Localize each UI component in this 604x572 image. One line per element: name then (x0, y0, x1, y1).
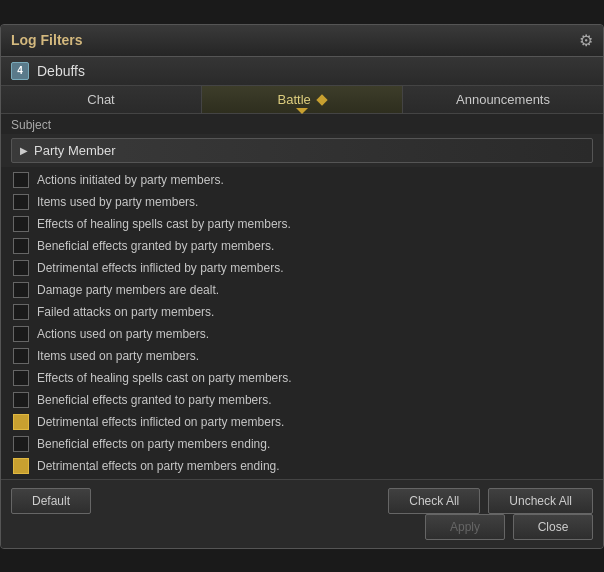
checkbox-7[interactable] (13, 326, 29, 342)
check-all-button[interactable]: Check All (388, 488, 480, 514)
checkbox-0[interactable] (13, 172, 29, 188)
footer-row-1: Default Check All Uncheck All (11, 488, 593, 514)
footer-row-2: Apply Close (11, 514, 593, 540)
log-filters-window: Log Filters ⚙ 4 Debuffs Chat Battle Anno… (0, 24, 604, 549)
group-header[interactable]: ▶ Party Member (11, 138, 593, 163)
item-text-0: Actions initiated by party members. (37, 173, 224, 187)
item-text-6: Failed attacks on party members. (37, 305, 214, 319)
item-text-9: Effects of healing spells cast on party … (37, 371, 292, 385)
list-item: Effects of healing spells cast on party … (1, 367, 603, 389)
title-bar: Log Filters ⚙ (1, 25, 603, 57)
list-item: Beneficial effects on party members endi… (1, 433, 603, 455)
list-item: Items used by party members. (1, 191, 603, 213)
settings-icon[interactable]: ⚙ (579, 31, 593, 50)
checkbox-11[interactable] (13, 414, 29, 430)
tab-chat[interactable]: Chat (1, 86, 202, 113)
list-item: Actions used on party members. (1, 323, 603, 345)
section-header: 4 Debuffs (1, 57, 603, 86)
item-text-7: Actions used on party members. (37, 327, 209, 341)
checkbox-10[interactable] (13, 392, 29, 408)
checkbox-9[interactable] (13, 370, 29, 386)
list-item: Beneficial effects granted by party memb… (1, 235, 603, 257)
checkbox-8[interactable] (13, 348, 29, 364)
tab-battle[interactable]: Battle (202, 86, 403, 113)
item-text-5: Damage party members are dealt. (37, 283, 219, 297)
item-text-13: Detrimental effects on party members end… (37, 459, 280, 473)
checkbox-6[interactable] (13, 304, 29, 320)
item-text-4: Detrimental effects inflicted by party m… (37, 261, 284, 275)
checkbox-2[interactable] (13, 216, 29, 232)
group-title: Party Member (34, 143, 116, 158)
list-item: Detrimental effects on party members end… (1, 455, 603, 477)
subject-label: Subject (1, 114, 603, 134)
item-text-1: Items used by party members. (37, 195, 198, 209)
section-title: Debuffs (37, 63, 85, 79)
footer: Default Check All Uncheck All Apply Clos… (1, 479, 603, 548)
checkbox-1[interactable] (13, 194, 29, 210)
item-text-10: Beneficial effects granted to party memb… (37, 393, 272, 407)
group-expand-arrow: ▶ (20, 145, 28, 156)
title-bar-left: Log Filters (11, 32, 83, 48)
list-item: Detrimental effects inflicted on party m… (1, 411, 603, 433)
close-button[interactable]: Close (513, 514, 593, 540)
uncheck-all-button[interactable]: Uncheck All (488, 488, 593, 514)
list-item: Beneficial effects granted to party memb… (1, 389, 603, 411)
section-icon: 4 (11, 62, 29, 80)
item-text-11: Detrimental effects inflicted on party m… (37, 415, 284, 429)
default-button[interactable]: Default (11, 488, 91, 514)
checkbox-12[interactable] (13, 436, 29, 452)
list-item: Items used on party members. (1, 345, 603, 367)
apply-button[interactable]: Apply (425, 514, 505, 540)
checkbox-13[interactable] (13, 458, 29, 474)
item-text-2: Effects of healing spells cast by party … (37, 217, 291, 231)
item-text-8: Items used on party members. (37, 349, 199, 363)
list-item: Effects of healing spells cast by party … (1, 213, 603, 235)
list-item: Damage party members are dealt. (1, 279, 603, 301)
checkbox-3[interactable] (13, 238, 29, 254)
items-list: Actions initiated by party members.Items… (1, 167, 603, 479)
list-item: Detrimental effects inflicted by party m… (1, 257, 603, 279)
checkbox-5[interactable] (13, 282, 29, 298)
tabs-bar: Chat Battle Announcements (1, 86, 603, 114)
window-title: Log Filters (11, 32, 83, 48)
checkbox-4[interactable] (13, 260, 29, 276)
tab-active-indicator (317, 94, 328, 105)
item-text-12: Beneficial effects on party members endi… (37, 437, 270, 451)
tab-announcements[interactable]: Announcements (403, 86, 603, 113)
item-text-3: Beneficial effects granted by party memb… (37, 239, 274, 253)
list-item: Failed attacks on party members. (1, 301, 603, 323)
list-item: Actions initiated by party members. (1, 169, 603, 191)
